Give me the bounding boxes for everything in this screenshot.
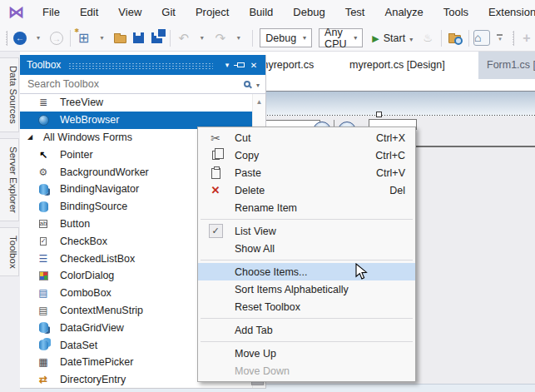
menu-separator	[201, 341, 413, 342]
menu-item-view[interactable]: View	[108, 0, 151, 25]
side-tab-server-explorer[interactable]: Server Explorer	[0, 138, 19, 221]
side-tab-data-sources[interactable]: Data Sources	[0, 57, 19, 132]
menu-icon-column	[203, 263, 228, 280]
scroll-up-icon[interactable]: ▲	[256, 98, 263, 107]
menu-item-project[interactable]: Project	[186, 0, 239, 25]
toolbox-item-label: DataGridView	[60, 322, 124, 334]
context-menu-item-label: Delete	[235, 185, 389, 196]
context-menu-item-label: Paste	[235, 167, 376, 179]
toolbox-item-label: ContextMenuStrip	[60, 305, 143, 316]
back-icon[interactable]	[12, 28, 28, 48]
add-control-icon	[518, 28, 535, 48]
search-options-caret-icon[interactable]	[256, 78, 260, 90]
find-in-files-icon	[448, 35, 461, 43]
menu-separator	[201, 219, 413, 220]
treeview-icon: ≣	[37, 96, 50, 109]
bindingnavigator-icon	[39, 184, 48, 195]
dropdown-caret-icon[interactable]	[93, 28, 110, 48]
context-menu-item-cut[interactable]: CutCtrl+X	[198, 129, 415, 146]
side-tab-toolbox[interactable]: Toolbox	[0, 227, 19, 277]
redo-icon	[215, 31, 226, 46]
context-menu-item-paste[interactable]: PasteCtrl+V	[198, 164, 415, 181]
context-menu-item-label: Sort Items Alphabetically	[235, 284, 405, 295]
save-icon[interactable]	[130, 28, 146, 48]
datagridview-icon	[37, 321, 50, 335]
undo-icon	[179, 31, 190, 46]
toolbox-title-bar[interactable]: Toolbox	[20, 55, 265, 75]
close-icon[interactable]	[247, 57, 260, 72]
toolbar-grip[interactable]	[6, 31, 7, 46]
toolbar-grip[interactable]	[513, 31, 514, 46]
context-menu-item-move-up[interactable]: Move Up	[198, 345, 415, 362]
bindingsource-icon	[39, 201, 48, 212]
toolbox-item-treeview[interactable]: ≣TreeView	[20, 94, 252, 112]
auto-hide-pin-icon[interactable]	[234, 57, 247, 72]
delete-icon	[203, 181, 228, 199]
toolbox-item-label: DirectoryEntry	[60, 374, 126, 385]
context-menu-item-list-view[interactable]: ✓List View	[198, 222, 415, 240]
toolbar-overflow-icon[interactable]	[492, 28, 508, 48]
toolbox-item-label: BackgroundWorker	[60, 166, 149, 178]
menu-item-edit[interactable]: Edit	[70, 0, 108, 25]
context-menu-item-choose-items[interactable]: Choose Items...	[198, 263, 415, 280]
menu-item-test[interactable]: Test	[335, 0, 375, 25]
context-menu-item-reset-toolbox[interactable]: Reset Toolbox	[198, 298, 415, 315]
dropdown-caret-icon[interactable]	[230, 28, 247, 48]
menu-item-build[interactable]: Build	[239, 0, 283, 25]
open-file-icon	[114, 35, 126, 43]
document-tab-1[interactable]: myreport.cs	[260, 52, 314, 79]
bindingsource-icon	[37, 200, 50, 213]
context-menu-item-show-all[interactable]: Show All	[198, 240, 415, 257]
drag-texture[interactable]	[68, 62, 213, 70]
button-icon: ab	[37, 217, 50, 231]
context-menu-item-label: Move Down	[235, 365, 405, 377]
solution-platform-dropdown[interactable]: Any CPU	[319, 28, 363, 47]
new-project-icon[interactable]	[75, 28, 92, 48]
visual-studio-logo-icon: ⋈	[8, 0, 24, 25]
start-options-caret-icon[interactable]	[409, 32, 413, 44]
find-in-files-icon[interactable]	[447, 28, 463, 48]
context-menu-item-add-tab[interactable]: Add Tab	[198, 321, 415, 339]
home-icon[interactable]	[473, 28, 490, 48]
context-menu-item-move-down[interactable]: Move Down	[198, 362, 415, 380]
forward-icon	[50, 32, 63, 45]
form-resize-handle[interactable]	[376, 112, 382, 117]
menu-item-debug[interactable]: Debug	[283, 0, 334, 25]
document-tab-3[interactable]: Form1.cs [	[478, 52, 535, 79]
document-tab-2[interactable]: myreport.cs [Design]	[349, 52, 445, 79]
context-menu-item-label: Move Up	[235, 348, 405, 360]
search-icon[interactable]	[244, 81, 250, 87]
toolbox-item-label: DateTimePicker	[60, 356, 133, 368]
undo-icon	[176, 28, 192, 48]
menu-item-git[interactable]: Git	[151, 0, 186, 25]
toolbox-item-label: TreeView	[60, 97, 103, 108]
copy-icon	[212, 151, 220, 160]
menu-item-tools[interactable]: Tools	[433, 0, 478, 25]
menu-item-file[interactable]: File	[32, 0, 70, 25]
window-position-icon[interactable]	[220, 57, 234, 72]
directoryentry-icon: ⇄	[37, 373, 50, 386]
dropdown-caret-icon[interactable]	[194, 28, 211, 48]
open-file-icon[interactable]	[111, 28, 128, 48]
menu-item-analyze[interactable]: Analyze	[374, 0, 433, 25]
context-menu-item-sort-items-alphabetically[interactable]: Sort Items Alphabetically	[198, 280, 415, 298]
solution-configuration-dropdown[interactable]: Debug	[260, 28, 312, 47]
pin-icon	[237, 62, 245, 67]
menu-item-extensions[interactable]: Extensions	[478, 0, 535, 25]
forward-icon	[48, 28, 65, 48]
toolbox-item-label: CheckedListBox	[60, 253, 135, 265]
new-project-icon	[78, 30, 89, 46]
toolbox-context-menu: CutCtrl+XCopyCtrl+CPasteCtrl+VDeleteDelR…	[197, 127, 416, 382]
context-menu-item-delete[interactable]: DeleteDel	[198, 181, 415, 199]
toolbox-title: Toolbox	[27, 59, 61, 71]
search-input[interactable]	[26, 77, 244, 91]
save-all-icon[interactable]	[148, 28, 165, 48]
context-menu-item-copy[interactable]: CopyCtrl+C	[198, 146, 415, 164]
context-menu-item-label: List View	[235, 226, 405, 237]
context-menu-item-rename-item[interactable]: Rename Item	[198, 199, 415, 216]
menu-separator	[201, 260, 413, 261]
back-icon	[13, 32, 27, 45]
start-debugging-button[interactable]: Start	[367, 32, 418, 44]
hot-reload-icon	[423, 32, 433, 44]
dropdown-caret-icon[interactable]	[30, 28, 47, 48]
